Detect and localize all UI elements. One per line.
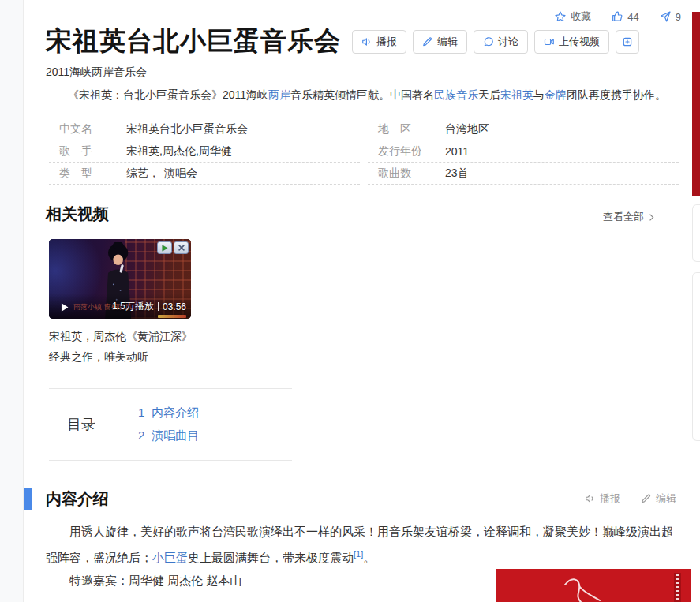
album-side-text-strip [674,573,681,602]
infobox-label: 歌曲数 [368,166,445,181]
thumb-up-icon [611,10,623,23]
star-icon [554,10,567,23]
close-x-icon [178,244,185,252]
flash-close-button[interactable] [174,241,189,254]
section-toolbar: 播报 编辑 [585,492,676,506]
section-broadcast-button[interactable]: 播报 [585,492,620,506]
toc-title: 目录 [49,400,114,449]
infobox-value: 综艺， [126,166,159,181]
chevron-right-icon [646,212,657,222]
infobox-value: 宋祖英台北小巨蛋音乐会 [126,122,248,136]
pencil-icon [641,493,652,504]
infobox-row: 歌 手 宋祖英,周杰伦,周华健 [49,140,360,163]
video-caption[interactable]: 宋祖英，周杰伦《黄浦江深》 经典之作，唯美动听 [49,326,301,367]
plus-square-icon [622,36,633,47]
section-divider-line [125,499,569,499]
guests-line: 特邀嘉宾：周华健 周杰伦 赵本山 [46,574,241,589]
edit-button[interactable]: 编辑 [413,30,467,54]
table-of-contents: 目录 1 内容介绍 2 演唱曲目 [49,388,292,461]
section-edit-label: 编辑 [656,492,676,506]
link-songzuying[interactable]: 宋祖英 [500,88,533,101]
content-text: 史上最圆满舞台，带来极度震动 [188,551,354,564]
edit-label: 编辑 [437,35,458,49]
video-views: 1.5万播放 [112,300,154,313]
favorite-label: 收藏 [571,9,591,24]
section-edit-button[interactable]: 编辑 [641,492,676,506]
infobox-label: 歌 手 [49,144,126,159]
infobox-label: 中文名 [49,122,126,136]
divider [601,11,601,22]
related-videos-heading: 相关视频 [46,204,109,225]
baike-page: 收藏 44 9 宋祖英台北小巨蛋音乐会 播报 编辑 讨论 [0,0,700,602]
link-minzu-yinyue[interactable]: 民族音乐 [434,88,478,101]
summary-text: 天后 [478,88,500,101]
flash-play-button[interactable] [157,241,172,254]
infobox-row: 发行年份 2011 [368,140,679,163]
summary-paragraph: 《宋祖英：台北小巨蛋音乐会》2011海峡两岸音乐精英倾情巨献。中国著名民族音乐天… [46,85,671,105]
video-meta: 1.5万播放 03:56 [112,300,186,313]
share-icon [659,10,672,23]
divider [649,11,649,22]
content-paragraph: 用诱人旋律，美好的歌声将台湾民歌演绎出不一样的风采！用音乐架友谊桥梁，诠释调和，… [46,520,677,569]
speech-bubble-icon [483,36,494,47]
view-all-link[interactable]: 查看全部 [603,210,657,224]
title-row: 宋祖英台北小巨蛋音乐会 播报 编辑 讨论 上传视频 [46,24,639,59]
video-caption-line2: 经典之作，唯美动听 [49,346,301,367]
infobox-value: 2011 [445,145,469,158]
infobox-row: 歌曲数 23首 [368,163,679,185]
discuss-button[interactable]: 讨论 [474,30,528,54]
content-text: 。 [363,551,375,564]
toc-item-number: 1 [138,406,144,421]
album-cover-image[interactable] [496,569,691,602]
link-liangan[interactable]: 两岸 [268,88,290,101]
summary-text: 《宋祖英：台北小巨蛋音乐会》2011海峡 [68,88,268,101]
toc-items: 1 内容介绍 2 演唱曲目 [114,400,199,449]
view-all-label: 查看全部 [603,210,644,224]
top-actions: 收藏 44 9 [554,9,681,24]
header-buttons: 播报 编辑 讨论 上传视频 [352,30,639,54]
summary-text: 与 [533,88,545,101]
add-button[interactable] [616,30,639,54]
green-play-icon [160,244,169,252]
video-card[interactable]: 雨落小镇 窗棂听风 1.5万播放 03:56 [49,239,191,319]
section-marker-bar [24,488,32,510]
infobox-label: 地 区 [368,122,445,136]
infobox-value: 23首 [445,166,469,181]
infobox-value: 台湾地区 [445,122,489,136]
clipped-right-card [692,204,700,262]
toc-item-content-intro[interactable]: 1 内容介绍 [138,406,199,421]
infobox-value: 宋祖英,周杰伦,周华健 [126,144,232,159]
infobox: 中文名 宋祖英台北小巨蛋音乐会 地 区 台湾地区 歌 手 宋祖英,周杰伦,周华健… [49,118,679,185]
infobox-row: 中文名 宋祖英台北小巨蛋音乐会 [49,118,360,140]
like-button[interactable]: 44 [611,10,638,23]
section-title: 内容介绍 [46,488,109,510]
broadcast-button[interactable]: 播报 [352,30,406,54]
upload-video-button[interactable]: 上传视频 [534,30,609,54]
speaker-icon [585,493,596,504]
meta-divider [158,302,159,311]
infobox-label: 发行年份 [368,144,445,159]
infobox-row: 地 区 台湾地区 [368,118,679,140]
link-xiaojudan[interactable]: 小巨蛋 [152,551,188,564]
like-count: 44 [627,11,638,23]
infobox-link-concert[interactable]: 演唱会 [164,166,197,181]
upload-label: 上传视频 [559,35,600,49]
summary-text: 团队再度携手协作。 [567,88,666,101]
toc-item-label: 演唱曲目 [152,428,199,443]
video-duration: 03:56 [163,301,186,312]
toc-item-song-list[interactable]: 2 演唱曲目 [138,428,199,443]
section-header: 内容介绍 播报 编辑 [46,487,676,510]
link-jinpai[interactable]: 金牌 [545,88,567,101]
subtitle: 2011海峡两岸音乐会 [46,65,147,80]
left-gutter [0,0,24,602]
clipped-right-banner [692,12,700,196]
broadcast-label: 播报 [376,35,397,49]
broadcaster-logo [158,315,186,318]
page-title: 宋祖英台北小巨蛋音乐会 [46,24,341,59]
share-button[interactable]: 9 [659,10,681,23]
toc-item-label: 内容介绍 [152,406,199,421]
reference-sup[interactable]: [1] [354,549,363,559]
discuss-label: 讨论 [498,35,518,49]
section-broadcast-label: 播报 [600,492,620,506]
favorite-button[interactable]: 收藏 [554,9,591,24]
